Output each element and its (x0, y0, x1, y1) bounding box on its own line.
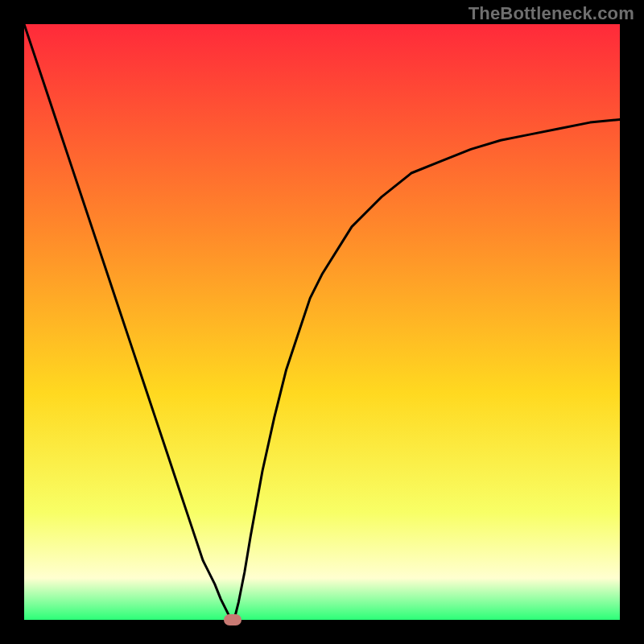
gradient-background (24, 24, 620, 620)
chart-svg (24, 24, 620, 620)
plot-area (24, 24, 620, 620)
chart-frame: TheBottleneck.com (0, 0, 644, 644)
watermark-text: TheBottleneck.com (469, 3, 634, 24)
optimum-marker (224, 614, 242, 625)
